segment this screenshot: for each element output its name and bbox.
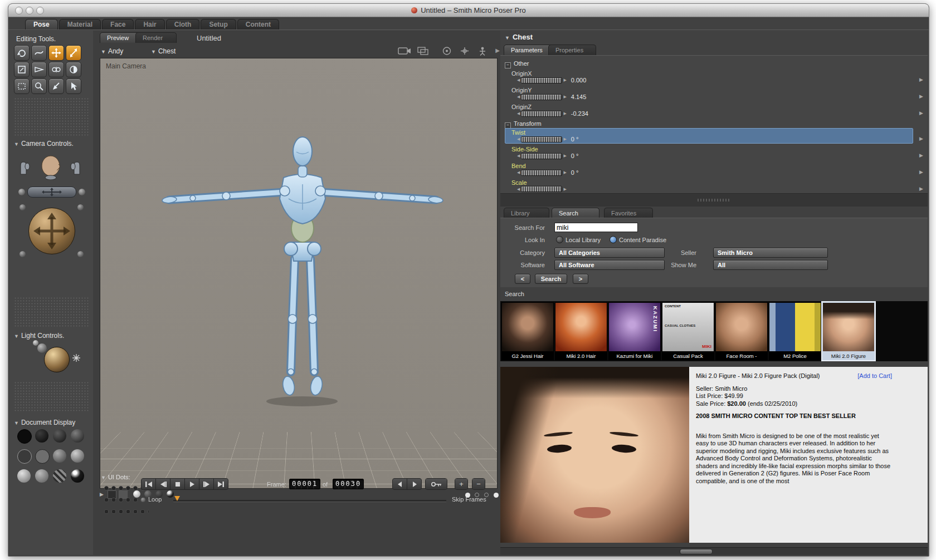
- loop-toggle[interactable]: Loop: [141, 496, 162, 503]
- param-menu-arrow[interactable]: ▶: [919, 110, 923, 116]
- prev-results-button[interactable]: <: [515, 274, 530, 284]
- search-button[interactable]: Search: [535, 274, 567, 284]
- tab-face[interactable]: Face: [102, 19, 134, 30]
- light-controls-header[interactable]: ▼Light Controls.: [14, 332, 64, 340]
- tab-favorites[interactable]: Favorites: [604, 208, 653, 218]
- tab-render[interactable]: Render: [135, 32, 177, 43]
- result-thumb-m2-police[interactable]: M2 Police: [769, 302, 821, 360]
- tab-properties[interactable]: Properties: [548, 45, 596, 55]
- actor-selector[interactable]: ▼Chest: [151, 47, 176, 55]
- camera-hand-right-icon[interactable]: [69, 158, 83, 175]
- color-tool[interactable]: [66, 62, 81, 77]
- camera-hand-left-icon[interactable]: [17, 158, 32, 175]
- light-indicator-small[interactable]: [33, 340, 38, 346]
- total-frames-counter[interactable]: 00030: [333, 479, 364, 489]
- play-button[interactable]: [185, 479, 199, 489]
- document-display-header[interactable]: ▼Document Display: [14, 419, 75, 426]
- tab-pose[interactable]: Pose: [25, 19, 58, 30]
- param-dial-bend[interactable]: ◀▶0 °: [517, 169, 578, 176]
- tab-search[interactable]: Search: [552, 208, 599, 218]
- figure-visibility-icon[interactable]: [475, 46, 490, 56]
- param-dial-originx[interactable]: ◀▶0.000: [517, 77, 586, 83]
- dial[interactable]: [521, 153, 562, 159]
- chain-break-tool[interactable]: [48, 62, 64, 77]
- camera-orbit-dot-2[interactable]: [77, 204, 84, 210]
- tab-preview[interactable]: Preview: [100, 32, 141, 43]
- display-style-flat-lined[interactable]: [53, 449, 66, 463]
- taper-tool[interactable]: [31, 62, 47, 77]
- panel-collapse-arrow[interactable]: ▶: [495, 47, 500, 53]
- camera-orbit-dot-1[interactable]: [20, 204, 26, 210]
- param-menu-arrow[interactable]: ▶: [919, 136, 923, 141]
- group-other[interactable]: −Other: [505, 60, 529, 68]
- panel-splitter[interactable]: [500, 193, 928, 208]
- display-style-hidden-line[interactable]: [71, 429, 84, 443]
- param-dial-originy[interactable]: ◀▶4.145: [517, 94, 586, 100]
- tracking-icon[interactable]: [457, 46, 472, 56]
- tab-material[interactable]: Material: [59, 19, 101, 30]
- tab-hair[interactable]: Hair: [135, 19, 164, 30]
- dial[interactable]: [521, 111, 562, 117]
- timeline-slider[interactable]: [173, 500, 446, 502]
- param-dial-scale[interactable]: ◀▶: [517, 186, 571, 192]
- direct-manipulation-tool[interactable]: [66, 78, 81, 94]
- tab-setup[interactable]: Setup: [201, 19, 236, 30]
- display-style-smooth-lined[interactable]: [35, 469, 48, 483]
- search-input[interactable]: [554, 223, 638, 232]
- translate-in-out-tool[interactable]: [66, 45, 81, 61]
- show-me-dropdown[interactable]: All: [713, 260, 828, 270]
- view-magnifier-tool[interactable]: [31, 78, 47, 94]
- camera-orbit-dot-3[interactable]: [20, 251, 26, 257]
- quick-display-style-4[interactable]: [167, 490, 174, 498]
- content-paradise-radio[interactable]: [610, 236, 617, 243]
- grouping-tool[interactable]: [14, 78, 30, 94]
- depth-cue-icon[interactable]: [440, 46, 454, 56]
- next-frame-button[interactable]: [199, 479, 214, 489]
- result-thumb-casual-pack[interactable]: CONTENT CASUAL CLOTHES MIKI Casual Pack: [662, 302, 714, 360]
- category-dropdown[interactable]: All Categories: [554, 248, 665, 258]
- twist-tool[interactable]: [31, 45, 47, 61]
- titlebar[interactable]: Untitled – Smith Micro Poser Pro: [8, 4, 929, 17]
- dial[interactable]: [521, 170, 562, 176]
- param-dial-twist[interactable]: ◀▶0 °: [517, 136, 578, 143]
- prev-frame-button[interactable]: [156, 479, 170, 489]
- seller-dropdown[interactable]: Smith Micro: [713, 248, 828, 258]
- delete-keyframe-button[interactable]: −: [472, 479, 485, 489]
- timeline-position-marker[interactable]: [174, 496, 180, 501]
- result-thumb-miki-figure-selected[interactable]: Miki 2.0 Figure: [822, 302, 875, 360]
- rotate-tool[interactable]: [14, 45, 30, 61]
- translate-pull-tool[interactable]: [48, 45, 64, 61]
- dial[interactable]: [521, 94, 562, 100]
- scale-tool[interactable]: [14, 62, 30, 77]
- keyframe-button[interactable]: [426, 479, 447, 489]
- light-indicator-medium[interactable]: [37, 343, 47, 353]
- actor-name-header[interactable]: ▼Chest: [505, 33, 533, 41]
- camera-plane-control[interactable]: [27, 186, 76, 198]
- multi-view-icon[interactable]: [416, 46, 431, 56]
- camera-orbit-dot-4[interactable]: [77, 251, 84, 257]
- add-keyframe-button[interactable]: +: [455, 479, 467, 489]
- ui-dots-grid[interactable]: [104, 486, 149, 520]
- camera-dolly-dot[interactable]: [18, 189, 25, 195]
- param-menu-arrow[interactable]: ▶: [919, 94, 923, 99]
- tab-cloth[interactable]: Cloth: [166, 19, 200, 30]
- param-menu-arrow[interactable]: ▶: [919, 77, 923, 82]
- param-menu-arrow[interactable]: ▶: [919, 153, 923, 158]
- param-menu-arrow[interactable]: ▶: [919, 169, 923, 175]
- result-thumb-face-room[interactable]: Face Room -: [715, 302, 768, 360]
- display-style-wireframe[interactable]: [53, 429, 66, 443]
- result-thumb-miki-hair[interactable]: Miki 2.0 Hair: [555, 302, 607, 360]
- software-dropdown[interactable]: All Software: [554, 260, 665, 270]
- camera-view-icon[interactable]: [397, 46, 412, 56]
- light-sun-icon[interactable]: [72, 353, 81, 362]
- display-style-cartoon[interactable]: [71, 449, 84, 463]
- camera-head-icon[interactable]: [38, 154, 63, 180]
- step-back-button[interactable]: [393, 479, 407, 489]
- result-thumb-g2-jessi-hair[interactable]: G2 Jessi Hair: [501, 302, 554, 360]
- morphing-tool[interactable]: [48, 78, 64, 94]
- scrollbar-thumb[interactable]: [680, 549, 713, 554]
- local-library-radio[interactable]: [556, 236, 563, 243]
- display-style-outline[interactable]: [35, 429, 48, 443]
- result-thumb-kazumi[interactable]: KAZUMI Kazumi for Miki: [608, 302, 661, 360]
- local-library-radio-label[interactable]: Local Library: [566, 237, 601, 243]
